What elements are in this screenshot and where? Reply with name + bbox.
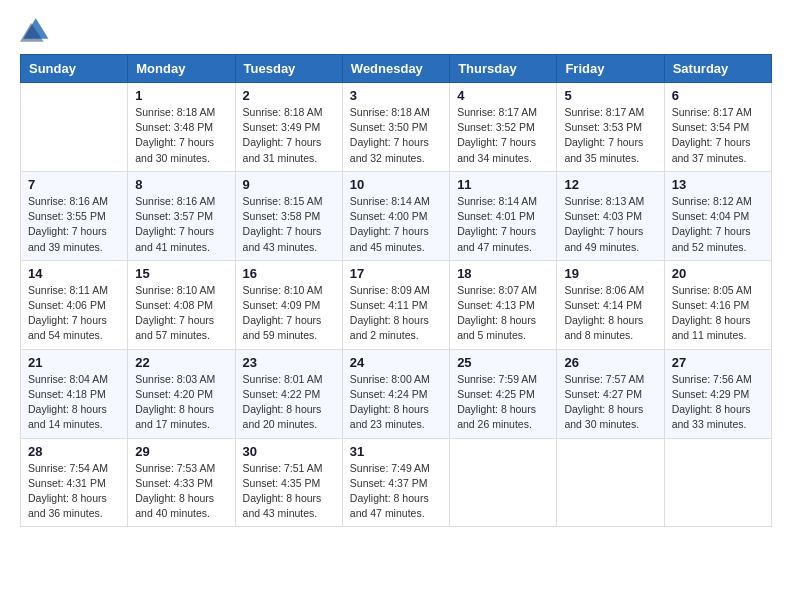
logo-icon <box>20 16 50 44</box>
calendar-cell: 20Sunrise: 8:05 AM Sunset: 4:16 PM Dayli… <box>664 260 771 349</box>
calendar-cell: 14Sunrise: 8:11 AM Sunset: 4:06 PM Dayli… <box>21 260 128 349</box>
day-number: 9 <box>243 177 335 192</box>
day-number: 26 <box>564 355 656 370</box>
calendar-cell: 31Sunrise: 7:49 AM Sunset: 4:37 PM Dayli… <box>342 438 449 527</box>
day-number: 16 <box>243 266 335 281</box>
day-number: 29 <box>135 444 227 459</box>
day-info: Sunrise: 8:10 AM Sunset: 4:09 PM Dayligh… <box>243 283 335 344</box>
day-info: Sunrise: 8:18 AM Sunset: 3:49 PM Dayligh… <box>243 105 335 166</box>
calendar-cell: 6Sunrise: 8:17 AM Sunset: 3:54 PM Daylig… <box>664 83 771 172</box>
calendar-cell <box>450 438 557 527</box>
day-info: Sunrise: 8:13 AM Sunset: 4:03 PM Dayligh… <box>564 194 656 255</box>
day-info: Sunrise: 7:49 AM Sunset: 4:37 PM Dayligh… <box>350 461 442 522</box>
day-info: Sunrise: 8:17 AM Sunset: 3:53 PM Dayligh… <box>564 105 656 166</box>
calendar-cell: 2Sunrise: 8:18 AM Sunset: 3:49 PM Daylig… <box>235 83 342 172</box>
day-info: Sunrise: 8:18 AM Sunset: 3:48 PM Dayligh… <box>135 105 227 166</box>
calendar-week-2: 7Sunrise: 8:16 AM Sunset: 3:55 PM Daylig… <box>21 171 772 260</box>
calendar-cell: 7Sunrise: 8:16 AM Sunset: 3:55 PM Daylig… <box>21 171 128 260</box>
calendar-cell: 17Sunrise: 8:09 AM Sunset: 4:11 PM Dayli… <box>342 260 449 349</box>
calendar-cell: 12Sunrise: 8:13 AM Sunset: 4:03 PM Dayli… <box>557 171 664 260</box>
calendar-cell: 29Sunrise: 7:53 AM Sunset: 4:33 PM Dayli… <box>128 438 235 527</box>
day-number: 7 <box>28 177 120 192</box>
day-number: 27 <box>672 355 764 370</box>
day-number: 1 <box>135 88 227 103</box>
day-info: Sunrise: 8:05 AM Sunset: 4:16 PM Dayligh… <box>672 283 764 344</box>
day-number: 14 <box>28 266 120 281</box>
day-info: Sunrise: 7:57 AM Sunset: 4:27 PM Dayligh… <box>564 372 656 433</box>
calendar-cell: 24Sunrise: 8:00 AM Sunset: 4:24 PM Dayli… <box>342 349 449 438</box>
day-info: Sunrise: 8:10 AM Sunset: 4:08 PM Dayligh… <box>135 283 227 344</box>
calendar-cell: 18Sunrise: 8:07 AM Sunset: 4:13 PM Dayli… <box>450 260 557 349</box>
day-info: Sunrise: 8:16 AM Sunset: 3:55 PM Dayligh… <box>28 194 120 255</box>
day-number: 20 <box>672 266 764 281</box>
day-number: 6 <box>672 88 764 103</box>
calendar-cell <box>21 83 128 172</box>
calendar-table: SundayMondayTuesdayWednesdayThursdayFrid… <box>20 54 772 527</box>
logo <box>20 16 50 44</box>
calendar-cell: 19Sunrise: 8:06 AM Sunset: 4:14 PM Dayli… <box>557 260 664 349</box>
day-number: 25 <box>457 355 549 370</box>
col-header-tuesday: Tuesday <box>235 55 342 83</box>
calendar-cell: 15Sunrise: 8:10 AM Sunset: 4:08 PM Dayli… <box>128 260 235 349</box>
calendar-cell: 21Sunrise: 8:04 AM Sunset: 4:18 PM Dayli… <box>21 349 128 438</box>
calendar-week-5: 28Sunrise: 7:54 AM Sunset: 4:31 PM Dayli… <box>21 438 772 527</box>
day-info: Sunrise: 8:01 AM Sunset: 4:22 PM Dayligh… <box>243 372 335 433</box>
day-number: 30 <box>243 444 335 459</box>
day-number: 15 <box>135 266 227 281</box>
day-info: Sunrise: 7:53 AM Sunset: 4:33 PM Dayligh… <box>135 461 227 522</box>
day-info: Sunrise: 8:14 AM Sunset: 4:00 PM Dayligh… <box>350 194 442 255</box>
day-number: 5 <box>564 88 656 103</box>
calendar-week-1: 1Sunrise: 8:18 AM Sunset: 3:48 PM Daylig… <box>21 83 772 172</box>
day-number: 17 <box>350 266 442 281</box>
day-number: 23 <box>243 355 335 370</box>
day-info: Sunrise: 8:16 AM Sunset: 3:57 PM Dayligh… <box>135 194 227 255</box>
calendar-cell: 22Sunrise: 8:03 AM Sunset: 4:20 PM Dayli… <box>128 349 235 438</box>
day-info: Sunrise: 8:17 AM Sunset: 3:52 PM Dayligh… <box>457 105 549 166</box>
day-number: 31 <box>350 444 442 459</box>
calendar-week-4: 21Sunrise: 8:04 AM Sunset: 4:18 PM Dayli… <box>21 349 772 438</box>
day-number: 24 <box>350 355 442 370</box>
day-info: Sunrise: 8:17 AM Sunset: 3:54 PM Dayligh… <box>672 105 764 166</box>
day-info: Sunrise: 8:18 AM Sunset: 3:50 PM Dayligh… <box>350 105 442 166</box>
day-info: Sunrise: 8:15 AM Sunset: 3:58 PM Dayligh… <box>243 194 335 255</box>
col-header-monday: Monday <box>128 55 235 83</box>
calendar-cell: 28Sunrise: 7:54 AM Sunset: 4:31 PM Dayli… <box>21 438 128 527</box>
day-info: Sunrise: 8:12 AM Sunset: 4:04 PM Dayligh… <box>672 194 764 255</box>
day-info: Sunrise: 8:04 AM Sunset: 4:18 PM Dayligh… <box>28 372 120 433</box>
calendar-cell: 5Sunrise: 8:17 AM Sunset: 3:53 PM Daylig… <box>557 83 664 172</box>
page-header <box>20 16 772 44</box>
day-info: Sunrise: 8:00 AM Sunset: 4:24 PM Dayligh… <box>350 372 442 433</box>
day-info: Sunrise: 8:11 AM Sunset: 4:06 PM Dayligh… <box>28 283 120 344</box>
day-number: 13 <box>672 177 764 192</box>
col-header-friday: Friday <box>557 55 664 83</box>
day-number: 11 <box>457 177 549 192</box>
day-number: 4 <box>457 88 549 103</box>
col-header-thursday: Thursday <box>450 55 557 83</box>
day-number: 28 <box>28 444 120 459</box>
calendar-cell: 10Sunrise: 8:14 AM Sunset: 4:00 PM Dayli… <box>342 171 449 260</box>
calendar-cell: 25Sunrise: 7:59 AM Sunset: 4:25 PM Dayli… <box>450 349 557 438</box>
day-number: 8 <box>135 177 227 192</box>
calendar-cell: 27Sunrise: 7:56 AM Sunset: 4:29 PM Dayli… <box>664 349 771 438</box>
day-info: Sunrise: 7:51 AM Sunset: 4:35 PM Dayligh… <box>243 461 335 522</box>
day-info: Sunrise: 8:03 AM Sunset: 4:20 PM Dayligh… <box>135 372 227 433</box>
calendar-cell: 3Sunrise: 8:18 AM Sunset: 3:50 PM Daylig… <box>342 83 449 172</box>
col-header-sunday: Sunday <box>21 55 128 83</box>
day-info: Sunrise: 8:06 AM Sunset: 4:14 PM Dayligh… <box>564 283 656 344</box>
calendar-cell <box>664 438 771 527</box>
calendar-week-3: 14Sunrise: 8:11 AM Sunset: 4:06 PM Dayli… <box>21 260 772 349</box>
day-number: 19 <box>564 266 656 281</box>
day-info: Sunrise: 7:56 AM Sunset: 4:29 PM Dayligh… <box>672 372 764 433</box>
calendar-cell: 13Sunrise: 8:12 AM Sunset: 4:04 PM Dayli… <box>664 171 771 260</box>
calendar-cell: 9Sunrise: 8:15 AM Sunset: 3:58 PM Daylig… <box>235 171 342 260</box>
calendar-cell <box>557 438 664 527</box>
col-header-saturday: Saturday <box>664 55 771 83</box>
day-number: 12 <box>564 177 656 192</box>
day-number: 3 <box>350 88 442 103</box>
day-number: 18 <box>457 266 549 281</box>
calendar-cell: 1Sunrise: 8:18 AM Sunset: 3:48 PM Daylig… <box>128 83 235 172</box>
day-number: 22 <box>135 355 227 370</box>
calendar-cell: 30Sunrise: 7:51 AM Sunset: 4:35 PM Dayli… <box>235 438 342 527</box>
calendar-cell: 11Sunrise: 8:14 AM Sunset: 4:01 PM Dayli… <box>450 171 557 260</box>
calendar-cell: 8Sunrise: 8:16 AM Sunset: 3:57 PM Daylig… <box>128 171 235 260</box>
